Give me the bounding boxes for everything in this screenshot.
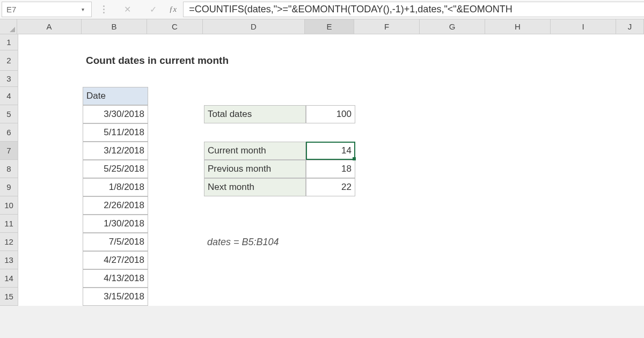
named-range-note: dates = B5:B104	[204, 233, 354, 251]
cell-B10[interactable]: 2/26/2018	[83, 196, 148, 215]
fx-icon[interactable]: ƒx	[167, 0, 183, 19]
row-header-8[interactable]: 8	[0, 160, 18, 178]
row-header-14[interactable]: 14	[0, 269, 18, 288]
cell-E9[interactable]: 22	[306, 178, 355, 196]
row-headers: 123456789101112131415	[0, 34, 18, 306]
col-header-J[interactable]: J	[616, 19, 644, 34]
cell-B8[interactable]: 5/25/2018	[83, 160, 148, 178]
row-header-15[interactable]: 15	[0, 288, 18, 306]
select-all-corner[interactable]	[0, 19, 17, 34]
cell-E5[interactable]: 100	[306, 105, 355, 123]
row-header-1[interactable]: 1	[0, 34, 18, 50]
col-header-B[interactable]: B	[82, 19, 147, 34]
col-header-D[interactable]: D	[203, 19, 305, 34]
grid[interactable]: Count dates in current month Date 3/30/2…	[18, 34, 644, 306]
check-icon[interactable]: ✓	[149, 2, 157, 18]
formula-bar: E7 ▾ ✕ ✓ ƒx =COUNTIFS(dates,">="&EOMONTH…	[0, 0, 644, 19]
sheet-headers: ABCDEFGHIJ	[0, 19, 644, 34]
cell-E7[interactable]: 14	[306, 142, 355, 160]
col-header-C[interactable]: C	[147, 19, 203, 34]
sheet-title: Count dates in current month	[83, 50, 297, 71]
formula-bar-buttons: ✕ ✓	[92, 0, 167, 19]
col-header-E[interactable]: E	[305, 19, 354, 34]
dots-icon	[101, 5, 106, 13]
cell-B12[interactable]: 7/5/2018	[83, 233, 148, 251]
cell-B14[interactable]: 4/13/2018	[83, 269, 148, 288]
row-header-6[interactable]: 6	[0, 123, 18, 142]
col-header-H[interactable]: H	[485, 19, 551, 34]
row-header-5[interactable]: 5	[0, 105, 18, 123]
row-header-2[interactable]: 2	[0, 50, 18, 71]
label-previous-month: Previous month	[204, 160, 306, 178]
label-current-month: Current month	[204, 142, 306, 160]
col-header-A[interactable]: A	[17, 19, 82, 34]
table-header-date: Date	[83, 87, 148, 105]
row-header-11[interactable]: 11	[0, 215, 18, 233]
row-header-3[interactable]: 3	[0, 71, 18, 87]
cell-B6[interactable]: 5/11/2018	[83, 123, 148, 142]
label-total-dates: Total dates	[204, 105, 306, 123]
row-header-12[interactable]: 12	[0, 233, 18, 251]
row-header-10[interactable]: 10	[0, 196, 18, 215]
row-header-4[interactable]: 4	[0, 87, 18, 105]
cell-E8[interactable]: 18	[306, 160, 355, 178]
cell-B11[interactable]: 1/30/2018	[83, 215, 148, 233]
row-header-13[interactable]: 13	[0, 251, 18, 269]
col-header-F[interactable]: F	[354, 19, 420, 34]
label-next-month: Next month	[204, 178, 306, 196]
cancel-icon[interactable]: ✕	[123, 2, 131, 18]
row-header-9[interactable]: 9	[0, 178, 18, 196]
cell-B5[interactable]: 3/30/2018	[83, 105, 148, 123]
chevron-down-icon[interactable]: ▾	[78, 5, 87, 14]
grid-body: 123456789101112131415 Count dates in cur…	[0, 34, 644, 306]
column-headers: ABCDEFGHIJ	[17, 19, 644, 34]
col-header-I[interactable]: I	[551, 19, 616, 34]
row-header-7[interactable]: 7	[0, 142, 18, 160]
name-box-value: E7	[6, 5, 16, 14]
cell-B13[interactable]: 4/27/2018	[83, 251, 148, 269]
formula-input[interactable]: =COUNTIFS(dates,">="&EOMONTH(TODAY(),-1)…	[183, 2, 644, 17]
cell-B15[interactable]: 3/15/2018	[83, 288, 148, 306]
name-box[interactable]: E7 ▾	[2, 2, 92, 17]
formula-text: =COUNTIFS(dates,">="&EOMONTH(TODAY(),-1)…	[189, 4, 513, 15]
cell-B9[interactable]: 1/8/2018	[83, 178, 148, 196]
cell-B7[interactable]: 3/12/2018	[83, 142, 148, 160]
col-header-G[interactable]: G	[420, 19, 485, 34]
